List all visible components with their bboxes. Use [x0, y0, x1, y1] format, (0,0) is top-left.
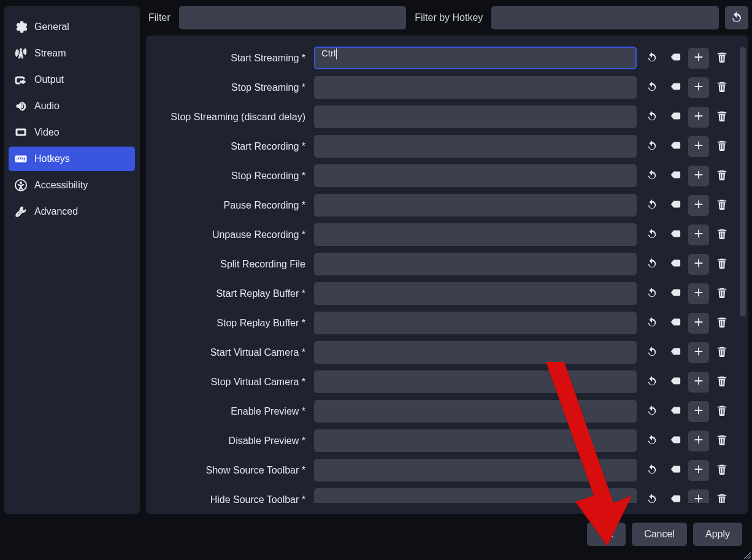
sidebar-item-advanced[interactable]: Advanced: [9, 199, 135, 224]
hotkey-delete-button[interactable]: [712, 136, 732, 157]
hotkey-add-button[interactable]: [688, 195, 709, 216]
hotkey-clear-button[interactable]: [665, 372, 686, 393]
sidebar-item-hotkeys[interactable]: Hotkeys: [9, 147, 135, 171]
hotkey-add-button[interactable]: [688, 401, 709, 422]
hotkey-undo-button[interactable]: [642, 460, 662, 481]
hotkey-add-button[interactable]: [688, 166, 709, 186]
filter-reset-button[interactable]: [725, 6, 748, 29]
sidebar-item-label: Video: [34, 127, 59, 138]
hotkey-input[interactable]: [314, 282, 637, 305]
hotkey-input[interactable]: [314, 194, 637, 217]
hotkey-clear-button[interactable]: [665, 401, 686, 422]
undo-icon: [646, 199, 658, 212]
hotkey-clear-button[interactable]: [665, 254, 686, 275]
hotkey-delete-button[interactable]: [712, 489, 732, 504]
hotkey-delete-button[interactable]: [712, 48, 732, 69]
sidebar-item-general[interactable]: General: [9, 15, 135, 39]
hotkey-clear-button[interactable]: [665, 166, 686, 186]
hotkey-add-button[interactable]: [688, 136, 709, 157]
hotkey-add-button[interactable]: [688, 489, 709, 504]
hotkey-delete-button[interactable]: [712, 283, 732, 304]
hotkey-clear-button[interactable]: [665, 313, 686, 334]
hotkey-input[interactable]: [314, 429, 637, 452]
hotkey-clear-button[interactable]: [665, 195, 686, 216]
hotkey-delete-button[interactable]: [712, 431, 732, 451]
hotkey-undo-button[interactable]: [642, 166, 662, 186]
hotkey-input[interactable]: [314, 76, 637, 99]
apply-button[interactable]: Apply: [693, 523, 742, 546]
hotkey-delete-button[interactable]: [712, 224, 732, 245]
hotkey-delete-button[interactable]: [712, 342, 732, 363]
sidebar-item-audio[interactable]: Audio: [9, 94, 135, 118]
hotkey-delete-button[interactable]: [712, 77, 732, 98]
hotkey-undo-button[interactable]: [642, 489, 662, 504]
hotkey-delete-button[interactable]: [712, 372, 732, 393]
hotkey-add-button[interactable]: [688, 431, 709, 451]
hotkey-add-button[interactable]: [688, 313, 709, 334]
hotkey-input[interactable]: [314, 135, 637, 158]
hotkey-add-button[interactable]: [688, 77, 709, 98]
hotkey-undo-button[interactable]: [642, 107, 662, 128]
hotkey-undo-button[interactable]: [642, 372, 662, 393]
sidebar-item-output[interactable]: Output: [9, 67, 135, 92]
hotkey-input[interactable]: [314, 488, 637, 503]
hotkey-delete-button[interactable]: [712, 195, 732, 216]
hotkey-add-button[interactable]: [688, 342, 709, 363]
hotkey-input[interactable]: [314, 459, 637, 481]
hotkey-delete-button[interactable]: [712, 313, 732, 334]
hotkey-clear-button[interactable]: [665, 107, 686, 128]
hotkey-undo-button[interactable]: [642, 313, 662, 334]
hotkey-undo-button[interactable]: [642, 195, 662, 216]
hotkey-undo-button[interactable]: [642, 283, 662, 304]
sidebar-item-video[interactable]: Video: [9, 120, 135, 145]
hotkey-label: Stop Replay Buffer *: [157, 318, 309, 329]
hotkey-input[interactable]: [314, 164, 637, 187]
hotkey-delete-button[interactable]: [712, 107, 732, 128]
hotkey-add-button[interactable]: [688, 48, 709, 69]
ok-button[interactable]: OK: [587, 523, 626, 546]
hotkey-undo-button[interactable]: [642, 342, 662, 363]
hotkey-input[interactable]: [314, 223, 637, 246]
cancel-button[interactable]: Cancel: [632, 523, 687, 546]
hotkey-add-button[interactable]: [688, 254, 709, 275]
hotkey-delete-button[interactable]: [712, 166, 732, 186]
hotkey-add-button[interactable]: [688, 224, 709, 245]
hotkey-undo-button[interactable]: [642, 136, 662, 157]
hotkey-delete-button[interactable]: [712, 401, 732, 422]
hotkey-add-button[interactable]: [688, 460, 709, 481]
hotkey-input[interactable]: Ctrl: [314, 47, 637, 69]
hotkey-undo-button[interactable]: [642, 254, 662, 275]
hotkey-input[interactable]: [314, 400, 637, 423]
hotkey-clear-button[interactable]: [665, 431, 686, 451]
resize-grip[interactable]: [742, 550, 751, 559]
hotkey-input[interactable]: [314, 105, 637, 128]
filter-hotkey-input[interactable]: [491, 6, 719, 29]
hotkey-delete-button[interactable]: [712, 254, 732, 275]
hotkey-add-button[interactable]: [688, 283, 709, 304]
panel-scrollbar[interactable]: [740, 47, 746, 316]
hotkey-input[interactable]: [314, 341, 637, 364]
hotkey-add-button[interactable]: [688, 372, 709, 393]
hotkey-undo-button[interactable]: [642, 77, 662, 98]
sidebar-item-accessibility[interactable]: Accessibility: [9, 173, 135, 198]
hotkey-delete-button[interactable]: [712, 460, 732, 481]
hotkey-undo-button[interactable]: [642, 48, 662, 69]
hotkey-add-button[interactable]: [688, 107, 709, 128]
hotkey-input[interactable]: [314, 370, 637, 393]
hotkey-clear-button[interactable]: [665, 489, 686, 504]
filter-text-input[interactable]: [179, 6, 407, 29]
hotkey-undo-button[interactable]: [642, 431, 662, 451]
hotkey-clear-button[interactable]: [665, 224, 686, 245]
hotkey-clear-button[interactable]: [665, 136, 686, 157]
hotkey-row: Stop Replay Buffer *: [157, 312, 732, 334]
hotkey-undo-button[interactable]: [642, 401, 662, 422]
sidebar-item-stream[interactable]: Stream: [9, 41, 135, 66]
hotkey-input[interactable]: [314, 253, 637, 275]
hotkey-input[interactable]: [314, 312, 637, 334]
hotkey-clear-button[interactable]: [665, 342, 686, 363]
hotkey-clear-button[interactable]: [665, 283, 686, 304]
hotkey-clear-button[interactable]: [665, 77, 686, 98]
hotkey-clear-button[interactable]: [665, 460, 686, 481]
hotkey-undo-button[interactable]: [642, 224, 662, 245]
hotkey-clear-button[interactable]: [665, 48, 686, 69]
